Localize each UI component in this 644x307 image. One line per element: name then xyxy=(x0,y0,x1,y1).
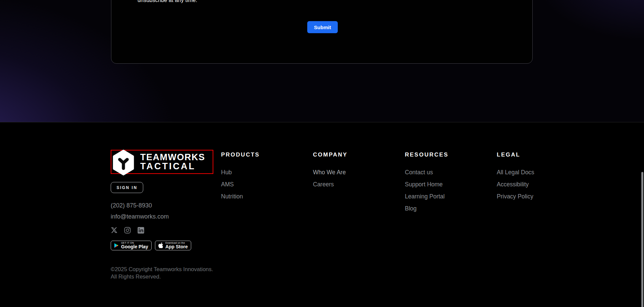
logo-word-tactical: TACTICAL xyxy=(140,162,205,171)
footer-column-heading: PRODUCTS xyxy=(221,151,313,158)
footer-column-heading: COMPANY xyxy=(313,151,405,158)
submit-button[interactable]: Submit xyxy=(307,21,338,33)
footer: TEAMWORKS TACTICAL SIGN IN (202) 875-893… xyxy=(0,122,644,307)
logo-highlight-box[interactable]: TEAMWORKS TACTICAL xyxy=(111,150,213,174)
apple-icon xyxy=(158,242,163,249)
instagram-icon xyxy=(124,227,131,234)
copyright-line-2: All Rights Reserved. xyxy=(111,273,161,280)
social-links xyxy=(111,227,145,234)
instagram-social-link[interactable] xyxy=(124,227,131,234)
x-social-link[interactable] xyxy=(111,227,118,234)
teamworks-hexagon-logo-icon xyxy=(112,149,135,176)
footer-column-heading: RESOURCES xyxy=(405,151,497,158)
footer-column-products: PRODUCTSHubAMSNutrition xyxy=(221,151,313,217)
footer-column-heading: LEGAL xyxy=(497,151,589,158)
scrollbar-thumb[interactable] xyxy=(641,172,643,307)
footer-link[interactable]: All Legal Docs xyxy=(497,169,534,176)
copyright: ©2025 Copyright Teamworks Innovations. A… xyxy=(111,265,213,280)
logo-wordmark: TEAMWORKS TACTICAL xyxy=(140,153,205,171)
google-play-store-name: Google Play xyxy=(121,244,148,249)
footer-link[interactable]: Careers xyxy=(313,181,334,188)
footer-link[interactable]: Nutrition xyxy=(221,193,243,200)
footer-link[interactable]: Privacy Policy xyxy=(497,193,533,200)
x-icon xyxy=(111,227,118,234)
newsletter-card: unsubscribe at any time. Submit xyxy=(111,0,533,64)
footer-link[interactable]: Who We Are xyxy=(313,169,346,176)
linkedin-icon xyxy=(137,227,145,234)
footer-columns: PRODUCTSHubAMSNutritionCOMPANYWho We Are… xyxy=(221,151,589,217)
sign-in-button[interactable]: SIGN IN xyxy=(111,182,143,193)
footer-link[interactable]: Contact us xyxy=(405,169,433,176)
app-store-badge[interactable]: Download on the App Store xyxy=(155,241,191,250)
footer-link[interactable]: Blog xyxy=(405,205,417,212)
footer-column-legal: LEGALAll Legal DocsAccessibilityPrivacy … xyxy=(497,151,589,217)
linkedin-social-link[interactable] xyxy=(137,227,145,234)
footer-link[interactable]: Learning Portal xyxy=(405,193,445,200)
phone-link[interactable]: (202) 875-8930 xyxy=(111,202,152,209)
newsletter-disclaimer: unsubscribe at any time. xyxy=(138,0,197,3)
app-store-store-name: App Store xyxy=(165,244,188,249)
google-play-icon xyxy=(114,243,119,248)
newsletter-section: unsubscribe at any time. Submit xyxy=(0,0,644,122)
footer-link[interactable]: Hub xyxy=(221,169,232,176)
copyright-line-1: ©2025 Copyright Teamworks Innovations. xyxy=(111,266,213,272)
footer-column-resources: RESOURCESContact usSupport HomeLearning … xyxy=(405,151,497,217)
email-link[interactable]: info@teamworks.com xyxy=(111,213,169,220)
logo-word-teamworks: TEAMWORKS xyxy=(140,153,205,162)
google-play-badge[interactable]: GET IT ON Google Play xyxy=(111,241,152,250)
footer-link[interactable]: Accessibility xyxy=(497,181,529,188)
footer-link[interactable]: AMS xyxy=(221,181,234,188)
footer-column-company: COMPANYWho We AreCareers xyxy=(313,151,405,217)
footer-link[interactable]: Support Home xyxy=(405,181,443,188)
store-badges: GET IT ON Google Play Download on the Ap… xyxy=(111,241,191,250)
